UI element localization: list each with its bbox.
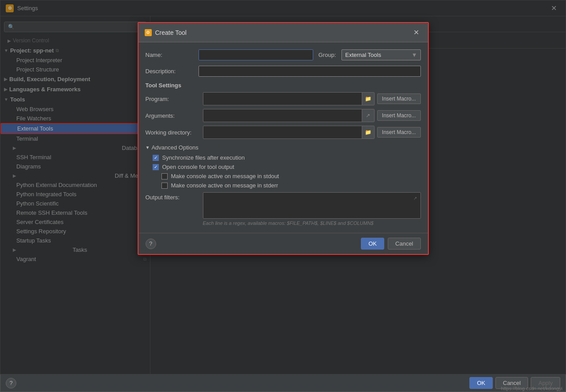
arguments-insert-macro-button[interactable]: Insert Macro...	[377, 110, 421, 121]
dialog-title: ⚙ Create Tool	[150, 29, 187, 36]
advanced-options-toggle[interactable]: ▼ Advanced Options	[150, 144, 421, 151]
output-filters-input[interactable]	[203, 193, 420, 217]
dialog-footer: ? OK Cancel	[150, 233, 428, 254]
arguments-row: Arguments: ↗ Insert Macro...	[150, 109, 421, 122]
description-label: Description:	[150, 68, 199, 75]
name-group-row: Name: Group: External Tools ▼	[150, 49, 421, 60]
program-browse-button[interactable]: 📁	[362, 93, 374, 105]
settings-window: ⚙ Settings ✕ ▶ Version Control ▼ Project…	[0, 0, 566, 392]
dialog-ok-button[interactable]: OK	[361, 238, 384, 250]
open-console-row: Open console for tool output	[150, 164, 421, 170]
working-dir-insert-macro-button[interactable]: Insert Macro...	[377, 127, 421, 138]
sync-files-checkbox[interactable]	[153, 155, 159, 161]
dialog-close-button[interactable]: ✕	[411, 27, 422, 37]
console-stderr-label: Make console active on message in stderr	[171, 182, 278, 189]
bottom-bar: ? OK Cancel Apply	[0, 374, 566, 392]
arguments-input-wrapper: ↗	[203, 109, 375, 122]
group-label: Group:	[319, 52, 336, 58]
name-input[interactable]	[199, 49, 313, 60]
group-select-wrapper: External Tools ▼	[341, 49, 421, 60]
dialog-body: Name: Group: External Tools ▼ Descriptio…	[150, 42, 428, 233]
watermark: https://blog.csdn.net/kdongyi	[501, 386, 562, 391]
console-stdout-checkbox[interactable]	[161, 173, 168, 179]
sync-files-label: Synchronize files after execution	[162, 154, 245, 161]
console-stdout-row: Make console active on message in stdout	[150, 173, 421, 179]
working-dir-input[interactable]	[203, 127, 362, 138]
content-area: ▶ Version Control ▼ Project: spp-net ⧉ P…	[0, 16, 566, 374]
open-console-checkbox[interactable]	[153, 164, 159, 170]
arguments-expand-button[interactable]: ↗	[362, 109, 374, 122]
dialog-title-icon: ⚙	[150, 29, 152, 36]
working-dir-input-wrapper: 📁	[203, 126, 375, 139]
console-stderr-checkbox[interactable]	[161, 183, 168, 189]
name-label: Name:	[150, 52, 199, 58]
open-console-label: Open console for tool output	[162, 164, 234, 170]
program-insert-macro-button[interactable]: Insert Macro...	[377, 93, 421, 104]
console-stderr-row: Make console active on message in stderr	[150, 182, 421, 189]
working-dir-row: Working directory: 📁 Insert Macro...	[150, 126, 421, 139]
description-input[interactable]	[199, 66, 421, 77]
output-filters-row: Output filters: ↗	[150, 192, 421, 219]
settings-ok-button[interactable]: OK	[469, 377, 493, 389]
settings-help-button[interactable]: ?	[6, 378, 16, 388]
dialog-cancel-button[interactable]: Cancel	[388, 238, 420, 250]
create-tool-dialog: ⚙ Create Tool ✕ Name: Group:	[150, 22, 429, 255]
macro-hint: Each line is a regex, available macros: …	[150, 220, 421, 226]
sync-files-row: Synchronize files after execution	[150, 154, 421, 161]
tool-settings-label: Tool Settings	[150, 82, 421, 89]
dialog-overlay: ⚙ Create Tool ✕ Name: Group:	[150, 16, 566, 374]
program-input-wrapper: 📁	[203, 92, 375, 105]
dialog-action-buttons: OK Cancel	[361, 238, 420, 250]
main-content: Tools › External Tools + 3 − ▲ ▼ ⧉	[150, 16, 566, 374]
program-row: Program: 📁 Insert Macro...	[150, 92, 421, 105]
arguments-input[interactable]	[203, 111, 362, 121]
output-filters-label: Output filters:	[150, 192, 203, 201]
program-label: Program:	[150, 96, 203, 102]
dialog-title-bar: ⚙ Create Tool ✕	[150, 23, 428, 42]
arguments-label: Arguments:	[150, 112, 203, 119]
working-dir-browse-button[interactable]: 📁	[362, 126, 374, 138]
bottom-left: ?	[6, 378, 16, 388]
description-row: Description:	[150, 66, 421, 77]
output-filters-input-wrapper: ↗	[203, 192, 421, 219]
group-select[interactable]: External Tools	[341, 49, 421, 60]
working-dir-label: Working directory:	[150, 129, 203, 136]
console-stdout-label: Make console active on message in stdout	[171, 173, 279, 179]
dialog-help-button[interactable]: ?	[150, 239, 156, 249]
advanced-options-section: ▼ Advanced Options Synchronize files aft…	[150, 144, 421, 226]
output-filters-expand-button[interactable]: ↗	[411, 194, 420, 202]
program-input[interactable]	[203, 94, 362, 104]
